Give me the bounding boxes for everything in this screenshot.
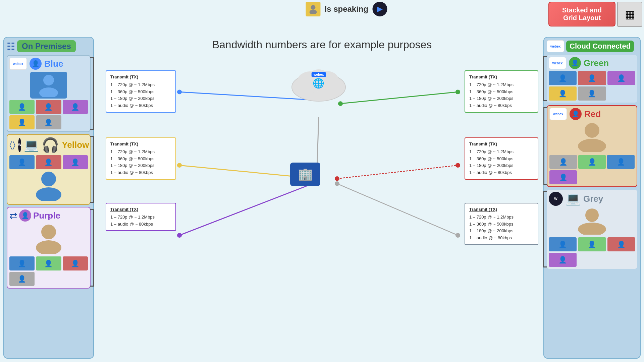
legend: Is speaking ▶: [306, 2, 387, 16]
svg-point-25: [455, 89, 460, 94]
tx-blue-line2: 1 – 360p @ ~ 500kbps: [110, 88, 171, 96]
svg-point-26: [455, 163, 460, 168]
left-panel-on-premises: ☷ On Premises webex 👤 Blue 👤 👤 👤 👤 👤 〈〉: [3, 37, 94, 359]
is-speaking-label: Is speaking: [324, 4, 368, 14]
svg-point-0: [311, 5, 315, 10]
purple-grid-thumb-3: 👤: [63, 256, 88, 270]
speaker-wave-icon: ▶: [372, 2, 387, 16]
webex-logo-blue: webex: [9, 58, 27, 70]
center-network-diagram: webex 🌐 🏢 Transmit (TX) 1 – 720p @ ~ 1.2…: [96, 52, 542, 359]
red-avatar: 👤: [570, 108, 582, 120]
participant-red-section: webex 👤 Red 👤 👤 👤 👤: [547, 105, 637, 187]
svg-point-23: [335, 176, 339, 181]
svg-line-14: [179, 182, 317, 235]
tx-yellow-line3: 1 – 180p @ ~ 200kbps: [110, 162, 171, 169]
grey-webex-ball: W: [549, 192, 563, 206]
tx-box-grey: Transmit (TX) 1 – 720p @ ~ 1.2Mbps 1 – 3…: [465, 203, 538, 245]
purple-grid-thumb-2: 👤: [36, 256, 61, 270]
tx-grey-line4: 1 – audio @ ~ 80kbps: [469, 235, 534, 242]
grid-icon: ☷: [7, 41, 15, 52]
yellow-header: 〈〉 W 💻 🎧 Yellow: [9, 137, 88, 153]
svg-point-2: [43, 75, 54, 85]
left-panel-header: ☷ On Premises: [7, 40, 91, 52]
tx-box-blue: Transmit (TX) 1 – 720p @ ~ 1.2Mbps 1 – 3…: [106, 70, 176, 113]
tx-blue-line1: 1 – 720p @ ~ 1.2Mbps: [110, 81, 171, 88]
grey-grid-thumb-2: 👤: [578, 237, 606, 251]
green-grid-thumb-3: 👤: [607, 71, 635, 85]
grey-grid-thumb-3: 👤: [607, 237, 635, 251]
layout-mode-icon[interactable]: ▦: [617, 2, 642, 27]
yellow-name: Yellow: [62, 140, 89, 150]
purple-avatar: 👤: [19, 209, 31, 222]
tx-green-line1: 1 – 720p @ ~ 1.2Mbps: [469, 81, 534, 88]
cloud-node: webex 🌐: [288, 62, 349, 102]
grey-grid-thumb-1: 👤: [549, 237, 577, 251]
green-grid-thumb-4: 👤: [549, 86, 577, 101]
tx-grey-line1: 1 – 720p @ ~ 1.2Mbps: [469, 214, 534, 221]
svg-point-7: [36, 240, 61, 254]
svg-line-17: [337, 165, 458, 179]
green-video-grid: 👤 👤 👤 👤 👤: [549, 71, 635, 101]
green-name: Green: [584, 58, 609, 68]
red-big-silhouette: [549, 122, 635, 154]
green-avatar: 👤: [569, 57, 581, 69]
participant-grey-section: W 💻 Grey 👤 👤 👤 👤: [547, 190, 637, 269]
red-header: webex 👤 Red: [549, 108, 635, 120]
svg-point-3: [39, 87, 58, 97]
blue-name: Blue: [44, 59, 63, 69]
right-panel-title: Cloud Connected: [566, 41, 634, 52]
svg-point-24: [335, 181, 339, 186]
green-grid-thumb-5: 👤: [578, 86, 606, 101]
office-building-icon: 🏢: [290, 163, 320, 186]
right-panel-header: webex Cloud Connected: [547, 40, 637, 52]
green-grid-thumb-1: 👤: [549, 71, 577, 85]
blue-video-grid: 👤 👤 👤 👤 👤: [9, 100, 88, 129]
tx-grey-title: Transmit (TX): [469, 206, 534, 213]
tx-yellow-line2: 1 – 360p @ ~ 500kbps: [110, 156, 171, 163]
svg-point-6: [41, 225, 56, 239]
tx-red-line4: 1 – audio @ ~ 80kbps: [469, 169, 534, 176]
svg-point-1: [309, 10, 317, 14]
grey-bracket: [543, 191, 547, 267]
tx-purple-line1: 1 – 720p @ ~ 1.2Mbps: [110, 214, 171, 221]
tx-red-line1: 1 – 720p @ ~ 1.2Mbps: [469, 148, 534, 156]
purple-translate-icon: ⇄: [9, 210, 17, 221]
red-name: Red: [584, 109, 601, 119]
participant-yellow-section: 〈〉 W 💻 🎧 Yellow 👤 👤 👤: [7, 134, 91, 205]
yellow-grid-thumb-2: 👤: [36, 155, 61, 169]
svg-line-18: [337, 184, 458, 235]
svg-point-11: [578, 223, 606, 235]
cloud-webex-label: webex: [312, 72, 326, 77]
tx-red-title: Transmit (TX): [469, 141, 534, 148]
purple-big-silhouette: [9, 224, 88, 255]
blue-grid-thumb-2: 👤: [36, 100, 61, 114]
yellow-laptop-icon: 💻: [24, 138, 39, 152]
svg-point-10: [585, 208, 599, 222]
grey-grid-thumb-4: 👤: [549, 253, 577, 267]
tx-red-line3: 1 – 180p @ ~ 200kbps: [469, 162, 534, 169]
red-grid-thumb-2: 👤: [578, 155, 606, 169]
tx-box-red: Transmit (TX) 1 – 720p @ ~ 1.2Mbps 1 – 3…: [465, 137, 538, 180]
yellow-small-grid: 👤 👤 👤: [9, 155, 88, 169]
tx-red-line2: 1 – 360p @ ~ 500kbps: [469, 156, 534, 163]
svg-point-8: [585, 123, 599, 138]
svg-line-16: [340, 92, 458, 104]
tx-green-line2: 1 – 360p @ ~ 500kbps: [469, 88, 534, 96]
blue-avatar-person: 👤: [30, 58, 42, 70]
grey-header: W 💻 Grey: [549, 192, 635, 206]
tx-purple-line2: 1 – audio @ ~ 80kbps: [110, 221, 171, 228]
yellow-grid-thumb-1: 👤: [9, 155, 35, 169]
cloud-shape-container: webex 🌐: [288, 62, 349, 102]
tx-blue-line4: 1 – audio @ ~ 80kbps: [110, 102, 171, 109]
svg-point-20: [177, 163, 182, 168]
tx-box-yellow: Transmit (TX) 1 – 720p @ ~ 1.2Mbps 1 – 3…: [106, 137, 176, 180]
purple-grid-thumb-4: 👤: [9, 272, 35, 286]
right-panel-cloud-connected: webex Cloud Connected webex 👤 Green 👤 👤 …: [543, 37, 641, 359]
blue-main-video: [30, 72, 67, 99]
purple-header: ⇄ 👤 Purple: [9, 209, 88, 222]
cloud-network-icon: 🌐: [312, 78, 326, 89]
green-grid-thumb-2: 👤: [578, 71, 606, 85]
right-webex-logo: webex: [547, 40, 564, 52]
green-webex-logo: webex: [549, 57, 566, 69]
stacked-layout-button[interactable]: Stacked and Grid Layout: [548, 2, 615, 26]
